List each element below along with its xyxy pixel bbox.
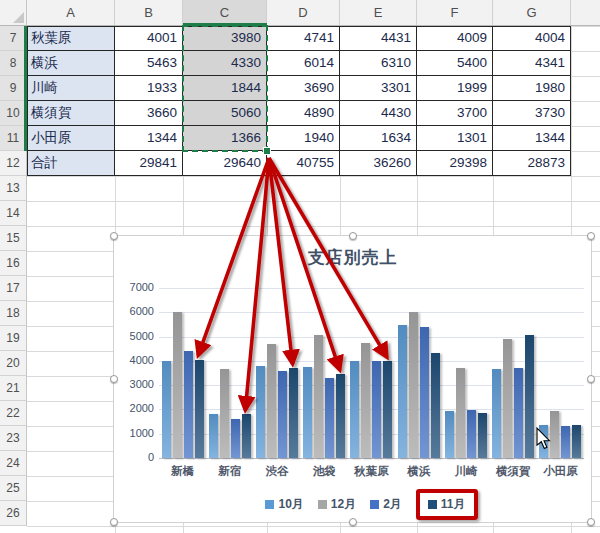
cell-F9[interactable]: 1999 <box>417 76 493 101</box>
legend-item-12月[interactable]: 12月 <box>318 496 356 513</box>
bar-10月-川崎[interactable] <box>445 411 454 458</box>
bar-12月-池袋[interactable] <box>314 335 323 458</box>
cell-A11[interactable]: 小田原 <box>27 126 115 151</box>
column-header-D[interactable]: D <box>267 0 340 25</box>
bar-12月-横須賀[interactable] <box>503 339 512 458</box>
chart-resize-handle[interactable] <box>349 232 357 240</box>
bar-2月-渋谷[interactable] <box>278 371 287 458</box>
cell-B8[interactable]: 5463 <box>115 51 183 76</box>
cell-C12[interactable]: 29640 <box>183 151 267 176</box>
row-header-7[interactable]: 7 <box>0 26 27 51</box>
cell-B12[interactable]: 29841 <box>115 151 183 176</box>
bar-11月-新宿[interactable] <box>242 414 251 458</box>
bar-12月-川崎[interactable] <box>456 368 465 458</box>
cell-G7[interactable]: 4004 <box>493 26 571 51</box>
bar-11月-渋谷[interactable] <box>289 368 298 458</box>
cell-A9[interactable]: 川崎 <box>27 76 115 101</box>
bar-12月-新宿[interactable] <box>220 369 229 458</box>
fill-handle[interactable] <box>263 147 271 155</box>
row-header-11[interactable]: 11 <box>0 126 27 151</box>
cell-G11[interactable]: 1344 <box>493 126 571 151</box>
cell-C10[interactable]: 5060 <box>183 101 267 126</box>
bar-12月-渋谷[interactable] <box>267 344 276 458</box>
bar-10月-秋葉原[interactable] <box>350 361 359 458</box>
cell-D7[interactable]: 4741 <box>267 26 340 51</box>
chart-resize-handle[interactable] <box>110 518 118 526</box>
cell-B9[interactable]: 1933 <box>115 76 183 101</box>
bar-2月-池袋[interactable] <box>325 378 334 458</box>
row-header-10[interactable]: 10 <box>0 101 27 126</box>
bar-10月-新宿[interactable] <box>209 414 218 458</box>
row-header-13[interactable]: 13 <box>0 176 27 201</box>
cell-G9[interactable]: 1980 <box>493 76 571 101</box>
cell-A12[interactable]: 合計 <box>27 151 115 176</box>
cell-E7[interactable]: 4431 <box>340 26 417 51</box>
row-header-16[interactable]: 16 <box>0 251 27 276</box>
bar-2月-横浜[interactable] <box>420 327 429 458</box>
bar-11月-秋葉原[interactable] <box>383 361 392 458</box>
chart-resize-handle[interactable] <box>587 375 595 383</box>
cell-C9[interactable]: 1844 <box>183 76 267 101</box>
select-all-corner[interactable] <box>0 0 27 26</box>
cell-C7[interactable]: 3980 <box>183 26 267 51</box>
bar-10月-小田原[interactable] <box>539 425 548 458</box>
chart-resize-handle[interactable] <box>587 232 595 240</box>
column-header-G[interactable]: G <box>493 0 571 25</box>
row-header-20[interactable]: 20 <box>0 351 27 376</box>
bar-2月-新橋[interactable] <box>184 351 193 458</box>
cell-F12[interactable]: 29398 <box>417 151 493 176</box>
bar-11月-横浜[interactable] <box>431 353 440 458</box>
cell-G10[interactable]: 3730 <box>493 101 571 126</box>
row-header-12[interactable]: 12 <box>0 151 27 176</box>
bar-11月-川崎[interactable] <box>478 413 487 458</box>
cell-F10[interactable]: 3700 <box>417 101 493 126</box>
bar-2月-横須賀[interactable] <box>514 368 523 458</box>
bar-12月-横浜[interactable] <box>409 312 418 458</box>
cell-D9[interactable]: 3690 <box>267 76 340 101</box>
bar-12月-小田原[interactable] <box>550 411 559 458</box>
row-header-19[interactable]: 19 <box>0 326 27 351</box>
bar-2月-川崎[interactable] <box>467 410 476 459</box>
row-header-21[interactable]: 21 <box>0 376 27 401</box>
row-header-15[interactable]: 15 <box>0 226 27 251</box>
column-header-A[interactable]: A <box>27 0 115 25</box>
bar-11月-新橋[interactable] <box>195 360 204 458</box>
cell-E11[interactable]: 1634 <box>340 126 417 151</box>
row-header-26[interactable]: 26 <box>0 501 27 526</box>
bar-10月-横浜[interactable] <box>398 325 407 458</box>
cell-A7[interactable]: 秋葉原 <box>27 26 115 51</box>
bar-10月-渋谷[interactable] <box>256 366 265 458</box>
bar-10月-新橋[interactable] <box>162 361 171 458</box>
legend-item-11月[interactable]: 11月 <box>416 489 478 520</box>
bar-11月-小田原[interactable] <box>572 425 581 458</box>
row-header-25[interactable]: 25 <box>0 476 27 501</box>
cell-A8[interactable]: 横浜 <box>27 51 115 76</box>
row-header-18[interactable]: 18 <box>0 301 27 326</box>
row-header-22[interactable]: 22 <box>0 401 27 426</box>
column-header-F[interactable]: F <box>417 0 493 25</box>
chart-resize-handle[interactable] <box>110 232 118 240</box>
cell-D8[interactable]: 6014 <box>267 51 340 76</box>
bar-10月-池袋[interactable] <box>303 367 312 458</box>
bar-2月-秋葉原[interactable] <box>372 361 381 458</box>
chart-resize-handle[interactable] <box>587 518 595 526</box>
row-header-14[interactable]: 14 <box>0 201 27 226</box>
cell-D11[interactable]: 1940 <box>267 126 340 151</box>
row-header-23[interactable]: 23 <box>0 426 27 451</box>
chart-resize-handle[interactable] <box>349 518 357 526</box>
legend-item-10月[interactable]: 10月 <box>265 496 303 513</box>
column-header-E[interactable]: E <box>340 0 417 25</box>
cell-A10[interactable]: 横須賀 <box>27 101 115 126</box>
cell-B7[interactable]: 4001 <box>115 26 183 51</box>
column-header-C[interactable]: C <box>183 0 267 25</box>
row-header-9[interactable]: 9 <box>0 76 27 101</box>
cell-G8[interactable]: 4341 <box>493 51 571 76</box>
cell-D10[interactable]: 4890 <box>267 101 340 126</box>
cell-D12[interactable]: 40755 <box>267 151 340 176</box>
cell-G12[interactable]: 28873 <box>493 151 571 176</box>
column-header-B[interactable]: B <box>115 0 183 25</box>
row-header-24[interactable]: 24 <box>0 451 27 476</box>
bar-11月-池袋[interactable] <box>336 374 345 458</box>
bar-2月-小田原[interactable] <box>561 426 570 458</box>
chart-resize-handle[interactable] <box>110 375 118 383</box>
